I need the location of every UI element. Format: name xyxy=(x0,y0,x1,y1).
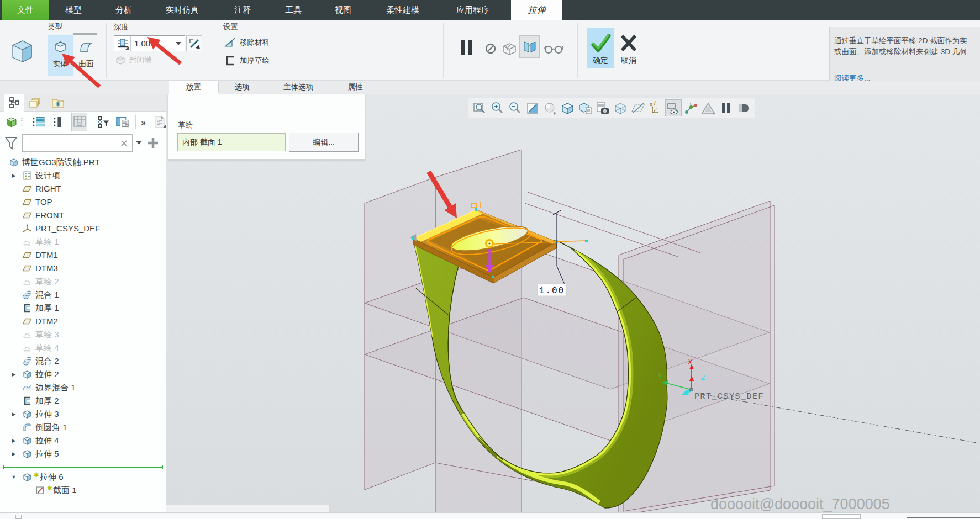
sketch-collector-field[interactable]: 内部 截面 1 xyxy=(177,133,286,151)
message-strip xyxy=(166,505,329,512)
tree-item[interactable]: ▶ 拉伸 4 xyxy=(0,434,166,447)
menu-tab[interactable]: 柔性建模 xyxy=(372,0,433,20)
tree-item[interactable]: RIGHT xyxy=(0,182,166,195)
no-preview-icon[interactable] xyxy=(485,43,496,54)
tree-item[interactable]: ▶ 拉伸 3 xyxy=(0,407,166,421)
menu-tab[interactable]: 应用程序 xyxy=(442,0,503,20)
datum-display-icon[interactable] xyxy=(647,99,664,116)
tree-item[interactable]: 加厚 2 xyxy=(0,394,166,407)
clear-search-icon[interactable] xyxy=(120,140,128,147)
tree-item[interactable]: 草绘 4 xyxy=(0,341,166,354)
tree-item[interactable]: 混合 2 xyxy=(0,354,166,368)
expand-arrow[interactable]: ▶ xyxy=(11,372,17,377)
menu-tab[interactable]: 实时仿真 xyxy=(152,0,213,20)
expand-arrow[interactable]: ▶ xyxy=(11,438,17,443)
tree-item[interactable]: 草绘 2 xyxy=(0,275,166,288)
tree-columns-toggle[interactable] xyxy=(71,113,87,131)
depth-group-label: 深度 xyxy=(114,22,129,32)
tree-item[interactable]: 加厚 1 xyxy=(0,301,166,315)
plane-display-icon[interactable] xyxy=(630,99,646,116)
add-filter-icon[interactable] xyxy=(147,137,159,149)
tree-item[interactable]: ▶ 设计项 xyxy=(0,169,166,182)
solid-type-button[interactable]: 实体 xyxy=(48,35,73,76)
thicken-sketch-toggle[interactable]: 加厚草绘 xyxy=(224,55,270,66)
tree-item[interactable]: 边界混合 1 xyxy=(0,381,166,394)
cancel-button[interactable]: 取消 xyxy=(617,28,641,68)
insertion-locator[interactable] xyxy=(3,467,163,468)
dimension-value-box[interactable]: 1.00 xyxy=(538,284,566,296)
tree-item[interactable]: ▼ ✱ 拉伸 6 xyxy=(0,470,166,484)
expand-arrow[interactable]: ▶ xyxy=(11,451,17,457)
collapse-levels-icon[interactable] xyxy=(52,115,65,129)
tab-extrude-active[interactable]: 拉伸 xyxy=(511,0,562,20)
display-style-icon[interactable] xyxy=(559,99,576,116)
tree-item[interactable]: DTM1 xyxy=(0,248,166,262)
surface-type-button[interactable]: 曲面 xyxy=(73,35,99,76)
settings-document-icon[interactable] xyxy=(154,114,166,130)
tree-item[interactable]: PRT_CSYS_DEF xyxy=(0,222,166,235)
depth-dropdown-arrow[interactable] xyxy=(172,36,185,51)
help-line1: 通过垂直于草绘平面平移 2D 截面作为实 xyxy=(834,35,980,46)
menu-tab[interactable]: 分析 xyxy=(93,0,154,20)
tree-search-input[interactable] xyxy=(22,134,133,152)
dashboard-tab[interactable]: 放置 xyxy=(169,81,218,94)
tree-item[interactable]: TOP xyxy=(0,195,166,209)
panel-grip-handle[interactable]: .... xyxy=(261,96,271,102)
geometry-preview-toggle[interactable] xyxy=(519,35,540,58)
tab-favorites[interactable] xyxy=(48,94,68,112)
tree-item[interactable]: DTM2 xyxy=(0,315,166,328)
saved-views-icon[interactable] xyxy=(577,99,593,116)
expand-arrow[interactable]: ▶ xyxy=(11,411,17,417)
active-model-icon[interactable] xyxy=(6,115,18,129)
ok-button[interactable]: 确定 xyxy=(587,28,614,68)
flip-direction-button[interactable] xyxy=(186,35,202,51)
expand-arrow[interactable]: ▶ xyxy=(11,173,17,178)
menu-tab[interactable]: 视图 xyxy=(313,0,373,20)
dashboard-tab[interactable]: 主体选项 xyxy=(266,81,331,94)
tree-item[interactable]: FRONT xyxy=(0,209,166,222)
tree-item[interactable]: DTM3 xyxy=(0,262,166,275)
remove-material-toggle[interactable]: 移除材料 xyxy=(224,37,270,48)
shading-icon[interactable] xyxy=(541,99,558,116)
zoom-in-icon[interactable] xyxy=(489,99,505,116)
spin-center-icon[interactable] xyxy=(682,99,699,116)
tree-item-label: 拉伸 5 xyxy=(35,449,59,459)
tree-item-label: 加厚 2 xyxy=(35,396,59,406)
dashboard-tab[interactable]: 选项 xyxy=(218,81,266,94)
repaint-icon[interactable] xyxy=(524,99,541,116)
view-manager-icon[interactable] xyxy=(594,99,611,116)
tree-item[interactable]: ▶ 拉伸 2 xyxy=(0,368,166,381)
tree-item[interactable]: 混合 1 xyxy=(0,288,166,301)
depth-value-input[interactable] xyxy=(131,36,172,51)
file-menu-button[interactable]: 文件 xyxy=(2,0,49,20)
tree-item[interactable]: 草绘 1 xyxy=(0,235,166,248)
tree-to-table-icon[interactable] xyxy=(115,114,130,130)
edit-sketch-button[interactable]: 编辑... xyxy=(289,133,359,152)
annotation-display-icon[interactable] xyxy=(665,99,682,116)
pause-icon[interactable] xyxy=(718,99,734,116)
glasses-check-icon[interactable] xyxy=(544,43,564,54)
dashboard-tab[interactable]: 属性 xyxy=(331,81,380,94)
perspective-icon[interactable] xyxy=(612,99,629,116)
depth-option-button[interactable] xyxy=(114,36,131,51)
tree-item[interactable]: ▶ 拉伸 5 xyxy=(0,447,166,460)
expand-levels-icon[interactable] xyxy=(31,115,46,129)
search-dropdown-icon[interactable] xyxy=(136,141,142,145)
tree-item-label: FRONT xyxy=(35,210,64,220)
clip-icon[interactable] xyxy=(735,99,752,116)
tree-item[interactable]: ✱ 截面 1 xyxy=(0,484,166,497)
tree-filters-icon[interactable] xyxy=(97,115,110,129)
toolbar-overflow-chevrons[interactable]: » xyxy=(141,118,144,127)
wireframe-preview-icon[interactable] xyxy=(500,42,518,56)
zoom-out-icon[interactable] xyxy=(507,99,523,116)
tab-folder-browser[interactable] xyxy=(25,94,45,112)
tree-item[interactable]: 博世GO3防误触.PRT xyxy=(0,156,166,169)
pause-feature-icon[interactable] xyxy=(459,39,475,56)
zoom-box-icon[interactable] xyxy=(471,99,488,116)
tree-item[interactable]: 草绘 3 xyxy=(0,328,166,341)
capped-ends-checkbox[interactable]: 封闭端 xyxy=(115,55,152,65)
tab-model-tree[interactable] xyxy=(4,94,24,112)
expand-arrow[interactable]: ▼ xyxy=(11,474,17,480)
tree-item[interactable]: 倒圆角 1 xyxy=(0,421,166,434)
warning-icon[interactable] xyxy=(700,99,716,116)
